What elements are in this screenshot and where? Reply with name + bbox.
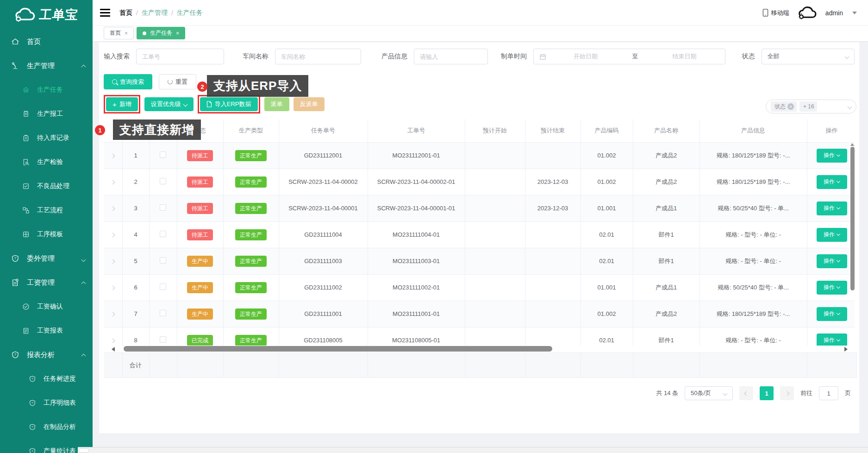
checkbox-cell[interactable]	[149, 195, 177, 221]
expand-cell[interactable]	[104, 221, 122, 248]
username[interactable]: admin	[825, 9, 843, 17]
sidebar-item-pending-storage[interactable]: 待入库记录	[0, 126, 93, 150]
scrollbar-pill[interactable]	[79, 448, 89, 453]
date-range-picker[interactable]: 开始日期 至 结束日期	[533, 49, 725, 64]
sidebar-item-process-template[interactable]: 工序模板	[0, 222, 93, 246]
status-select[interactable]: 全部	[762, 49, 855, 64]
column-filter-select[interactable]: 状态 × + 16	[766, 100, 856, 113]
workshop-input[interactable]	[275, 49, 361, 64]
tab-home[interactable]: 首页 ×	[104, 27, 134, 39]
prev-page-button[interactable]	[739, 386, 753, 400]
breadcrumb-production-management[interactable]: 生产管理	[142, 9, 168, 17]
row-actions-button[interactable]: 操作	[817, 281, 847, 295]
add-button[interactable]: + 新增	[106, 97, 138, 111]
current-page-button[interactable]: 1	[760, 386, 774, 400]
logo[interactable]: 工单宝	[0, 0, 93, 30]
expand-cell[interactable]	[104, 195, 122, 221]
user-menu-caret-icon[interactable]	[852, 12, 857, 14]
sidebar-item-production-inspection[interactable]: 生产检验	[0, 150, 93, 174]
sidebar-item-process-detail[interactable]: ? 工序明细表	[0, 391, 93, 415]
next-page-button[interactable]	[780, 386, 794, 400]
date-start-placeholder[interactable]: 开始日期	[551, 52, 620, 61]
product-info-input[interactable]	[414, 49, 488, 64]
query-button[interactable]: 查询搜索	[104, 74, 152, 89]
checkbox-cell[interactable]	[149, 327, 177, 346]
reset-button[interactable]: 重置	[159, 74, 196, 89]
expand-chevron-icon[interactable]	[111, 205, 114, 212]
expand-chevron-icon[interactable]	[111, 178, 114, 185]
window-bottom-scrollbar[interactable]	[78, 447, 868, 453]
row-checkbox[interactable]	[160, 204, 166, 211]
user-avatar[interactable]	[798, 6, 817, 20]
scroll-left-icon[interactable]	[112, 347, 115, 352]
row-checkbox[interactable]	[160, 336, 166, 343]
sidebar-group-outsourcing[interactable]: ? 委外管理	[0, 246, 93, 271]
set-priority-button[interactable]: 设置优先级	[144, 97, 194, 111]
goto-page-input[interactable]	[819, 386, 838, 400]
mobile-link[interactable]: 移动端	[762, 9, 789, 17]
hamburger-menu-icon[interactable]	[100, 7, 110, 19]
expand-chevron-icon[interactable]	[111, 152, 114, 159]
checkbox-cell[interactable]	[149, 248, 177, 274]
row-actions-button[interactable]: 操作	[817, 307, 847, 321]
remove-tag-icon[interactable]: ×	[787, 103, 794, 110]
table-vertical-scrollbar[interactable]	[850, 147, 855, 290]
close-icon[interactable]: ×	[125, 30, 128, 37]
row-checkbox[interactable]	[160, 151, 166, 158]
checkbox-cell[interactable]	[149, 142, 177, 169]
sidebar-group-production[interactable]: 生产管理	[0, 54, 93, 78]
row-actions-button[interactable]: 操作	[817, 228, 847, 242]
row-actions-button[interactable]: 操作	[817, 201, 847, 215]
sidebar-item-process-flow[interactable]: 工艺流程	[0, 198, 93, 222]
sidebar-item-salary-confirm[interactable]: 工资确认	[0, 295, 93, 319]
page-size-select[interactable]: 50条/页	[685, 386, 733, 400]
expand-chevron-icon[interactable]	[111, 310, 114, 317]
sidebar-item-wip-analysis[interactable]: ? 在制品分析	[0, 415, 93, 439]
sidebar-item-production-task[interactable]: 生产任务	[0, 78, 93, 102]
reverse-dispatch-button[interactable]: 反派单	[293, 97, 325, 111]
row-actions-button[interactable]: 操作	[817, 149, 847, 163]
expand-chevron-icon[interactable]	[111, 231, 114, 238]
expand-chevron-icon[interactable]	[111, 284, 114, 291]
sidebar-item-home[interactable]: 首页	[0, 30, 93, 54]
row-actions-button[interactable]: 操作	[817, 254, 847, 268]
sidebar-group-report-analysis[interactable]: ? 报表分析	[0, 343, 93, 367]
row-checkbox[interactable]	[160, 178, 166, 184]
expand-cell[interactable]	[104, 327, 122, 346]
date-end-placeholder[interactable]: 结束日期	[650, 52, 719, 61]
scroll-right-icon[interactable]	[844, 347, 848, 352]
breadcrumb-production-task[interactable]: 生产任务	[177, 9, 203, 17]
shield-question-icon: ?	[29, 447, 36, 453]
horizontal-scroll-thumb[interactable]	[124, 346, 552, 352]
expand-cell[interactable]	[104, 142, 122, 169]
table-vertical-scroll-up-icon[interactable]	[850, 143, 854, 146]
sidebar-item-label: 产量统计表	[44, 447, 76, 453]
row-checkbox[interactable]	[160, 310, 166, 316]
checkbox-cell[interactable]	[149, 301, 177, 327]
expand-chevron-icon[interactable]	[111, 337, 114, 344]
row-actions-button[interactable]: 操作	[817, 333, 847, 346]
checkbox-cell[interactable]	[149, 169, 177, 195]
checkbox-cell[interactable]	[149, 274, 177, 301]
sidebar-item-defective-handling[interactable]: 不良品处理	[0, 174, 93, 198]
expand-cell[interactable]	[104, 248, 122, 274]
tab-production-task[interactable]: 生产任务 ×	[137, 27, 185, 39]
expand-cell[interactable]	[104, 169, 122, 195]
row-actions-button[interactable]: 操作	[817, 175, 847, 189]
sidebar-item-task-tree-progress[interactable]: ? 任务树进度	[0, 367, 93, 391]
row-checkbox[interactable]	[160, 231, 166, 237]
sidebar-item-salary-report[interactable]: 工资报表	[0, 319, 93, 343]
expand-cell[interactable]	[104, 301, 122, 327]
row-checkbox[interactable]	[160, 283, 166, 290]
dispatch-button[interactable]: 派单	[264, 97, 289, 111]
sidebar-group-salary[interactable]: 工资管理	[0, 271, 93, 295]
search-input[interactable]	[136, 49, 224, 64]
expand-cell[interactable]	[104, 274, 122, 301]
checkbox-cell[interactable]	[149, 221, 177, 248]
expand-chevron-icon[interactable]	[111, 258, 114, 264]
breadcrumb-home[interactable]: 首页	[119, 9, 132, 17]
row-checkbox[interactable]	[160, 257, 166, 264]
import-erp-button[interactable]: 导入ERP数据	[200, 97, 258, 111]
sidebar-item-production-report[interactable]: 生产报工	[0, 102, 93, 126]
close-icon[interactable]: ×	[176, 30, 179, 37]
